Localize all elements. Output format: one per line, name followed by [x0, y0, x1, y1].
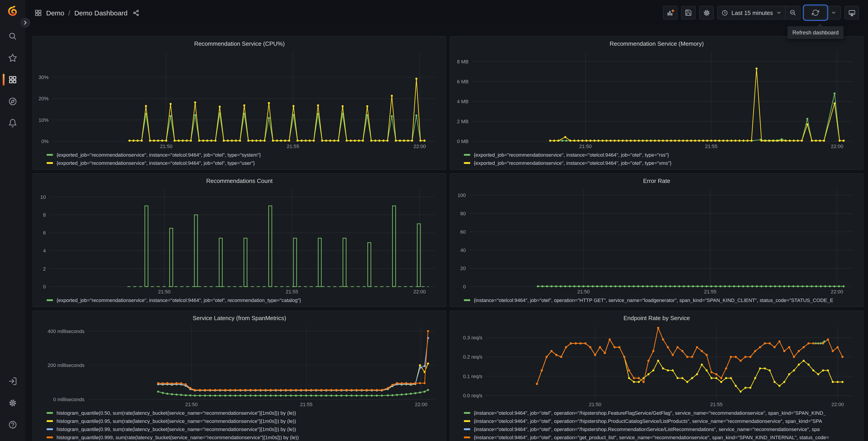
search-icon — [8, 32, 17, 41]
chart-canvas[interactable]: 21:5021:5522:000 milliseconds200 millise… — [37, 322, 441, 408]
legend-label[interactable]: {exported_job="recommendationservice", i… — [57, 297, 301, 303]
legend-item[interactable]: {instance="otelcol:9464", job="otel", op… — [464, 418, 859, 424]
panel-header[interactable]: Error Rate — [455, 176, 859, 185]
legend-label[interactable]: {instance="otelcol:9464", job="otel", op… — [474, 297, 833, 303]
legend-swatch-icon — [46, 162, 53, 164]
legend-item[interactable]: histogram_quantile(0.50, sum(rate(latenc… — [46, 410, 441, 416]
legend-label[interactable]: histogram_quantile(0.50, sum(rate(latenc… — [57, 410, 296, 416]
sidebar-item-help[interactable] — [0, 416, 25, 434]
time-range-picker[interactable]: Last 15 minutes — [718, 6, 785, 19]
legend-item[interactable]: {exported_job="recommendationservice", i… — [464, 152, 859, 158]
sidebar-item-configuration[interactable] — [0, 394, 25, 412]
panel-title[interactable]: Service Latency (from SpanMetrics) — [37, 313, 441, 322]
panel-title[interactable]: Recommendation Service (Memory) — [455, 38, 859, 48]
svg-text:30%: 30% — [39, 75, 49, 80]
chart-area[interactable]: 21:5021:5522:00020406080100 — [455, 185, 859, 296]
dashboard-settings-button[interactable] — [699, 6, 714, 20]
sidebar-item-alerting[interactable] — [0, 114, 25, 132]
refresh-dashboard-button[interactable] — [805, 6, 826, 19]
legend-label[interactable]: {instance="otelcol:9464", job="otel", op… — [474, 427, 820, 432]
chart-area[interactable]: 21:5021:5522:000.0 req/s0.1 req/s0.2 req… — [455, 322, 859, 408]
legend-swatch-icon — [464, 154, 470, 156]
legend-item[interactable]: histogram_quantile(0.99, sum(rate(latenc… — [46, 426, 441, 432]
legend-item[interactable]: {exported_job="recommendationservice", i… — [46, 152, 441, 158]
panel-title[interactable]: Recommendation Service (CPU%) — [37, 38, 441, 48]
legend-item[interactable]: {instance="otelcol:9464", job="otel", op… — [464, 426, 859, 432]
svg-text:21:50: 21:50 — [158, 289, 170, 295]
legend-label[interactable]: histogram_quantile(0.99, sum(rate(latenc… — [57, 427, 296, 432]
panel-header[interactable]: Endpoint Rate by Service — [455, 313, 859, 322]
chart-area[interactable]: 21:5021:5522:000246810 — [37, 185, 441, 296]
sidebar-item-starred[interactable] — [0, 49, 25, 67]
legend-label[interactable]: {exported_job="recommendationservice", i… — [57, 160, 255, 166]
legend-swatch-icon — [46, 299, 53, 301]
sidebar-expand-button[interactable] — [20, 18, 30, 28]
save-dashboard-button[interactable] — [681, 6, 695, 20]
legend-swatch-icon — [464, 437, 470, 438]
legend-item[interactable]: {instance="otelcol:9464", job="otel", op… — [464, 434, 859, 441]
share-icon[interactable] — [133, 9, 140, 16]
legend-label[interactable]: {instance="otelcol:9464", job="otel", op… — [474, 435, 829, 440]
clock-icon — [721, 9, 728, 16]
zoom-out-time-button[interactable] — [785, 6, 800, 19]
legend-label[interactable]: {instance="otelcol:9464", job="otel", op… — [474, 418, 822, 424]
panel: Error Rate 21:5021:5522:00020406080100 {… — [450, 173, 864, 307]
svg-text:21:55: 21:55 — [286, 289, 298, 295]
sidebar-item-search[interactable] — [0, 27, 25, 45]
main-area: Demo / Demo Dashboard — [25, 0, 868, 441]
sidebar-item-dashboards[interactable] — [0, 70, 25, 89]
legend-label[interactable]: {exported_job="recommendationservice", i… — [57, 152, 261, 157]
legend-swatch-icon — [464, 420, 470, 422]
chart-canvas[interactable]: 21:5021:5522:000.0 req/s0.1 req/s0.2 req… — [455, 322, 859, 408]
panel-header[interactable]: Recommendations Count — [37, 176, 441, 185]
svg-text:0.2 req/s: 0.2 req/s — [463, 354, 483, 360]
chart-canvas[interactable]: 21:5021:5522:000%10%20%30% — [37, 48, 441, 150]
legend-item[interactable]: {instance="otelcol:9464", job="otel", op… — [464, 297, 859, 303]
svg-text:200 milliseconds: 200 milliseconds — [48, 362, 85, 368]
svg-text:0%: 0% — [41, 139, 49, 144]
svg-text:21:50: 21:50 — [579, 144, 592, 149]
chart-canvas[interactable]: 21:5021:5522:000 MB2 MB4 MB6 MB8 MB — [455, 48, 859, 150]
panel-title[interactable]: Endpoint Rate by Service — [455, 313, 859, 322]
sidebar-item-explore[interactable] — [0, 92, 25, 111]
chart-canvas[interactable]: 21:5021:5522:000246810 — [37, 185, 441, 296]
panel-header[interactable]: Recommendation Service (CPU%) — [37, 38, 441, 48]
legend-item[interactable]: {exported_job="recommendationservice", i… — [46, 160, 441, 166]
legend-label[interactable]: {instance="otelcol:9464", job="otel", op… — [474, 410, 826, 416]
panel-title[interactable]: Recommendations Count — [37, 176, 441, 185]
grafana-logo-icon[interactable] — [6, 4, 20, 18]
apps-grid-icon — [34, 9, 42, 17]
panel-header[interactable]: Service Latency (from SpanMetrics) — [37, 313, 441, 322]
panel: Recommendation Service (CPU%) 21:5021:55… — [33, 36, 446, 170]
refresh-tooltip: Refresh dashboard — [787, 26, 843, 39]
svg-text:21:50: 21:50 — [185, 402, 197, 407]
legend-label[interactable]: {exported_job="recommendationservice", i… — [474, 152, 669, 157]
add-panel-button[interactable] — [663, 6, 678, 20]
svg-text:0 MB: 0 MB — [457, 139, 468, 144]
legend-item[interactable]: histogram_quantile(0.999, sum(rate(laten… — [46, 434, 441, 441]
chart-area[interactable]: 21:5021:5522:000 MB2 MB4 MB6 MB8 MB — [455, 48, 859, 150]
panel-title[interactable]: Error Rate — [455, 176, 859, 185]
save-icon — [685, 9, 692, 16]
legend-label[interactable]: {exported_job="recommendationservice", i… — [474, 160, 671, 166]
sidebar-item-sign-in[interactable] — [0, 372, 25, 390]
panel-legend: {exported_job="recommendationservice", i… — [37, 296, 441, 304]
sidebar — [0, 0, 25, 441]
svg-text:6 MB: 6 MB — [457, 79, 468, 84]
refresh-interval-dropdown[interactable] — [826, 6, 840, 19]
chart-canvas[interactable]: 21:5021:5522:00020406080100 — [455, 185, 859, 296]
legend-swatch-icon — [46, 420, 53, 422]
svg-text:21:50: 21:50 — [160, 144, 173, 149]
chart-area[interactable]: 21:5021:5522:000%10%20%30% — [37, 48, 441, 150]
legend-item[interactable]: {exported_job="recommendationservice", i… — [46, 297, 441, 303]
legend-item[interactable]: histogram_quantile(0.95, sum(rate(latenc… — [46, 418, 441, 424]
legend-item[interactable]: {instance="otelcol:9464", job="otel", op… — [464, 410, 859, 416]
svg-text:21:55: 21:55 — [710, 402, 722, 407]
panel-header[interactable]: Recommendation Service (Memory) — [455, 38, 859, 48]
cycle-view-mode-button[interactable] — [844, 6, 859, 20]
legend-item[interactable]: {exported_job="recommendationservice", i… — [464, 160, 859, 166]
legend-label[interactable]: histogram_quantile(0.999, sum(rate(laten… — [57, 435, 299, 440]
legend-label[interactable]: histogram_quantile(0.95, sum(rate(latenc… — [57, 418, 296, 424]
chart-area[interactable]: 21:5021:5522:000 milliseconds200 millise… — [37, 322, 441, 408]
breadcrumb-folder[interactable]: Demo — [46, 9, 64, 17]
